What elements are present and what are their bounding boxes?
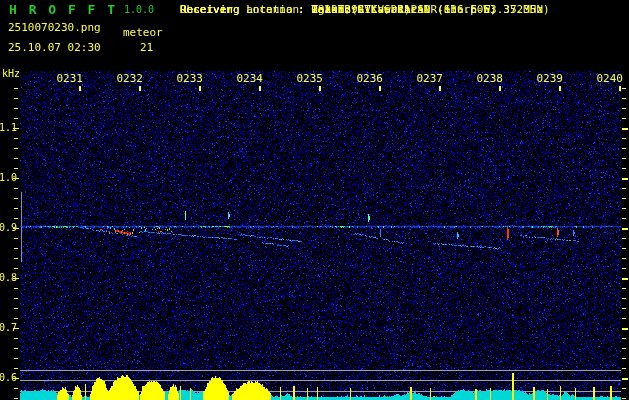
date-time: 25.10.07 02:30 [8, 41, 101, 54]
freq-tick-label: 1.1 [0, 122, 14, 133]
hrofft-screen: H R O F F T 1.0.0 2510070230.png meteor … [0, 0, 629, 400]
time-tick-label: 0236 [353, 72, 383, 85]
freq-tick-label: 0.6 [0, 372, 14, 383]
spectrogram-canvas [0, 0, 629, 400]
time-tick-label: 0237 [413, 72, 443, 85]
time-tick-label: 0239 [533, 72, 563, 85]
time-tick-label: 0234 [233, 72, 263, 85]
app-version: 1.0.0 [124, 4, 154, 15]
time-tick-label: 0235 [293, 72, 323, 85]
time-tick-label: 0231 [53, 72, 83, 85]
time-tick-label: 0233 [173, 72, 203, 85]
time-tick-label: 0240 [593, 72, 623, 85]
freq-tick-label: 0.8 [0, 272, 14, 283]
freq-tick-label: 0.9 [0, 222, 14, 233]
output-filename: 2510070230.png [8, 21, 101, 34]
info-value: 2el-HB9CV Vertical (el. E-W) [311, 3, 496, 16]
app-title: H R O F F T [9, 2, 117, 17]
info-row: Receiving antenna: 2el-HB9CV Vertical (e… [180, 4, 497, 16]
freq-unit-label: kHz [2, 68, 20, 79]
echo-count: 21 [140, 41, 153, 54]
freq-tick-label: 1.0 [0, 172, 14, 183]
time-tick-label: 0238 [473, 72, 503, 85]
mode-label: meteor [123, 26, 163, 39]
time-tick-label: 0232 [113, 72, 143, 85]
freq-tick-label: 0.7 [0, 322, 14, 333]
info-separator: : [298, 3, 311, 16]
info-label: Receiving antenna [180, 4, 298, 16]
